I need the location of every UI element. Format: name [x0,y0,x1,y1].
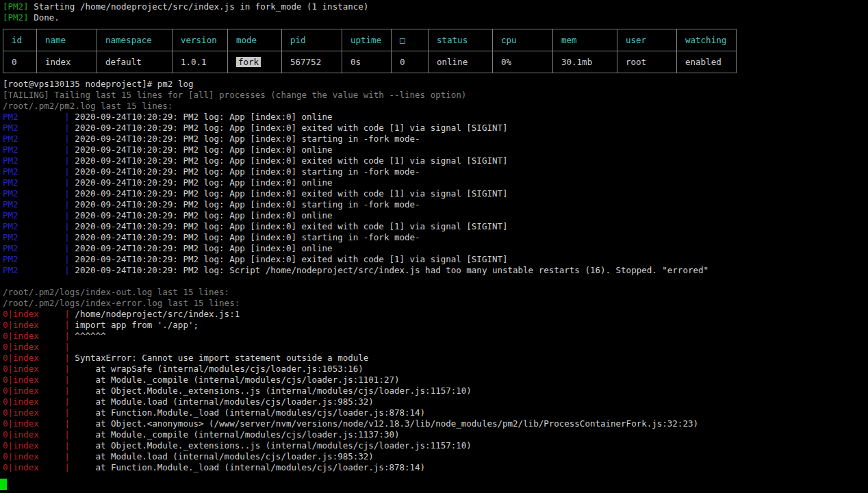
error-log-prefix: 0|index | [3,440,75,451]
error-log-text: at Object.<anonymous> (/www/server/nvm/v… [75,418,698,429]
pm2-log-text: 2020-09-24T10:20:29: PM2 log: App [index… [75,123,507,133]
error-log-text: at Function.Module._load (internal/modul… [75,462,425,472]
process-table-header-row: id name namespace version mode pid uptim… [3,29,737,51]
pm2-done-text: Done. [34,12,60,23]
error-log-prefix: 0|index | [3,342,75,352]
error-log-line: 0|index | at Module.load (internal/modul… [3,396,868,407]
pm2-log-line: PM2 | 2020-09-24T10:20:29: PM2 log: App … [3,221,868,232]
error-log-text: at Module._compile (internal/modules/cjs… [75,429,399,440]
blank-line [3,276,868,287]
pm2-log-line: PM2 | 2020-09-24T10:20:29: PM2 log: App … [3,134,868,144]
error-log-prefix: 0|index | [3,385,75,396]
error-log-text: at Object.Module._extensions..js (intern… [75,440,471,451]
shell-prompt: [root@vps130135 nodeproject]# [3,79,157,89]
col-header-mode: mode [228,29,282,51]
pm2-log-text: 2020-09-24T10:20:29: PM2 log: App [index… [75,199,420,210]
pm2-log-file-header: /root/.pm2/pm2.log last 15 lines: [3,101,868,112]
cell-cpu: 0% [493,51,553,73]
pm2-log-prefix: PM2 | [3,243,75,253]
tailing-info-line: [TAILING] Tailing last 15 lines for [all… [3,90,868,101]
pm2-log-prefix: PM2 | [3,232,75,242]
col-header-mem: mem [553,29,617,51]
pm2-log-text: 2020-09-24T10:20:29: PM2 log: App [index… [75,134,420,144]
pm2-log-text: 2020-09-24T10:20:29: PM2 log: App [index… [75,166,420,177]
pm2-log-prefix: PM2 | [3,144,75,155]
pm2-log-prefix: PM2 | [3,177,75,188]
error-log-line: 0|index | SyntaxError: Cannot use import… [3,353,868,364]
terminal-cursor[interactable] [0,479,7,490]
error-log-text: at Module.load (internal/modules/cjs/loa… [75,451,374,462]
pm2-startup-text: Starting /home/nodeproject/src/index.js … [34,1,368,12]
pm2-startup-line: [PM2] Starting /home/nodeproject/src/ind… [3,1,868,12]
error-log-prefix: 0|index | [3,331,75,341]
cell-version: 1.0.1 [173,51,228,73]
pm2-log-prefix: PM2 | [3,188,75,199]
pm2-log-line: PM2 | 2020-09-24T10:20:29: PM2 log: App … [3,112,868,123]
pm2-log-text: 2020-09-24T10:20:29: PM2 log: App [index… [75,243,332,253]
error-log-line: 0|index | at wrapSafe (internal/modules/… [3,364,868,375]
error-log-prefix: 0|index | [3,309,75,319]
pm2-log-line: PM2 | 2020-09-24T10:20:29: PM2 log: App … [3,199,868,210]
error-log-line: 0|index | at Object.Module._extensions..… [3,385,868,396]
pm2-log-text: 2020-09-24T10:20:29: PM2 log: App [index… [75,155,507,166]
error-log-file-header: /root/.pm2/logs/index-error.log last 15 … [3,298,868,309]
error-log-prefix: 0|index | [3,353,75,363]
error-log-line: 0|index | import app from './app'; [3,320,868,331]
col-header-restart-icon: □ [392,29,429,51]
pm2-log-prefix: PM2 | [3,265,75,275]
col-header-id: id [3,29,37,51]
col-header-status: status [429,29,493,51]
error-log-text: at Module._compile (internal/modules/cjs… [75,375,399,385]
error-log-line: 0|index | at Function.Module._load (inte… [3,462,868,473]
shell-command: pm2 log [157,79,194,89]
terminal-screen[interactable]: [PM2] Starting /home/nodeproject/src/ind… [0,0,868,493]
pm2-log-text: 2020-09-24T10:20:29: PM2 log: App [index… [75,188,507,199]
pm2-log-prefix: PM2 | [3,221,75,231]
pm2-log-line: PM2 | 2020-09-24T10:20:29: PM2 log: App … [3,188,868,199]
pm2-log-line: PM2 | 2020-09-24T10:20:29: PM2 log: App … [3,177,868,188]
cell-watching: enabled [677,51,737,73]
col-header-namespace: namespace [97,29,173,51]
out-log-file-header: /root/.pm2/logs/index-out.log last 15 li… [3,287,868,298]
error-log-line: 0|index | ^^^^^^ [3,331,868,342]
error-log-text: at wrapSafe (internal/modules/cjs/loader… [75,364,363,374]
error-log-prefix: 0|index | [3,375,75,385]
error-log-prefix: 0|index | [3,429,75,440]
error-log-prefix: 0|index | [3,407,75,418]
pm2-log-prefix: PM2 | [3,210,75,220]
pm2-log-text: 2020-09-24T10:20:29: PM2 log: App [index… [75,221,507,231]
col-header-cpu: cpu [493,29,553,51]
error-log-prefix: 0|index | [3,396,75,407]
pm2-log-prefix: PM2 | [3,112,75,122]
pm2-log-line: PM2 | 2020-09-24T10:20:29: PM2 log: App … [3,155,868,166]
error-log-text: /home/nodeproject/src/index.js:1 [75,309,240,319]
cell-user: root [617,51,677,73]
col-header-name: name [37,29,97,51]
pm2-log-prefix: PM2 | [3,199,75,210]
col-header-version: version [173,29,228,51]
cell-mode: fork [228,51,282,73]
error-log-line: 0|index | at Function.Module._load (inte… [3,407,868,418]
error-log-line: 0|index | at Object.<anonymous> (/www/se… [3,418,868,429]
cell-name: index [37,51,97,73]
shell-prompt-line: [root@vps130135 nodeproject]# pm2 log [3,79,868,90]
mode-highlight: fork [236,57,261,67]
cursor-line [3,479,868,491]
pm2-log-text: 2020-09-24T10:20:29: PM2 log: Script /ho… [75,265,709,275]
col-header-pid: pid [282,29,342,51]
pm2-log-prefix: PM2 | [3,254,75,264]
error-log-line: 0|index | /home/nodeproject/src/index.js… [3,309,868,320]
pm2-log-line: PM2 | 2020-09-24T10:20:29: PM2 log: App … [3,254,868,265]
pm2-log-line: PM2 | 2020-09-24T10:20:29: PM2 log: App … [3,144,868,155]
error-log-text: ^^^^^^ [75,331,105,341]
pm2-log-prefix: PM2 | [3,166,75,177]
cell-status: online [429,51,493,73]
error-log-text: at Module.load (internal/modules/cjs/loa… [75,396,374,407]
pm2-tag: [PM2] [3,1,34,12]
error-log-line: 0|index | [3,342,868,353]
cell-id: 0 [3,51,37,73]
pm2-log-prefix: PM2 | [3,123,75,133]
pm2-log-text: 2020-09-24T10:20:29: PM2 log: App [index… [75,210,332,220]
pm2-log-line: PM2 | 2020-09-24T10:20:29: PM2 log: Scri… [3,265,868,276]
pm2-log-text: 2020-09-24T10:20:29: PM2 log: App [index… [75,144,332,155]
